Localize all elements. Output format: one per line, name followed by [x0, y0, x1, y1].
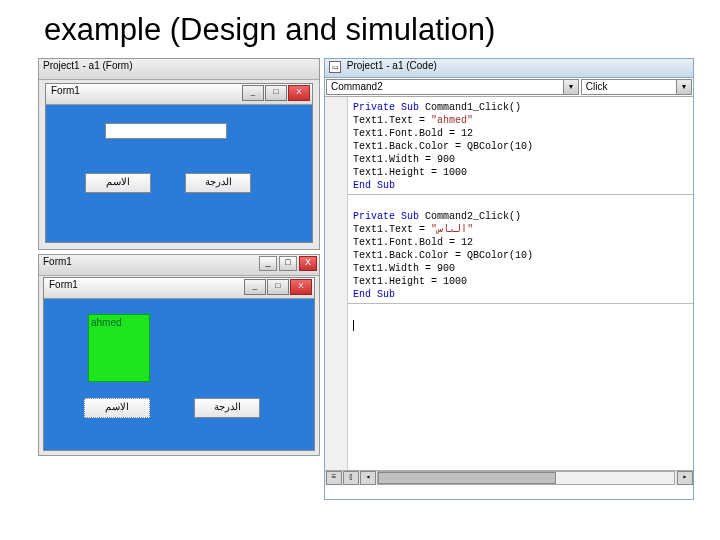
form1-design-titlebar: Form1 _ □ X [46, 84, 312, 105]
form1-design-winbtns: _ □ X [242, 85, 310, 101]
hscroll-thumb[interactable] [378, 472, 556, 484]
code-icon: ▭ [329, 61, 341, 73]
code-titlebar: ▭ Project1 - a1 (Code) [325, 59, 693, 78]
design-window-1: Project1 - a1 (Form) Form1 _ □ X الاسم ا… [38, 58, 320, 250]
run-title: Form1 [43, 256, 72, 267]
hscroll-track[interactable] [377, 471, 675, 485]
code-title: Project1 - a1 (Code) [347, 60, 437, 71]
form1-design[interactable]: Form1 _ □ X الاسم الدرجة [45, 83, 313, 243]
text1-design[interactable] [105, 123, 227, 139]
form1-run-winbtns: _ □ X [244, 279, 312, 295]
design1-titlebar: Project1 - a1 (Form) [39, 59, 319, 80]
code-combobar: Command2 ▾ Click ▾ [325, 78, 693, 97]
code-editor[interactable]: Private Sub Command1_Click() Text1.Text … [325, 97, 693, 485]
run-titlebar: Form1 _ □ X [39, 255, 319, 276]
form1-run-title: Form1 [49, 279, 78, 290]
slide-title: example (Design and simulation) [0, 0, 720, 52]
form1-run: Form1 _ □ X ahmed الاسم الدرجة [43, 277, 315, 451]
close-icon[interactable]: X [288, 85, 310, 101]
view-full-icon[interactable]: ▯ [343, 471, 359, 485]
maximize-icon[interactable]: □ [267, 279, 289, 295]
event-combo[interactable]: Click ▾ [581, 79, 692, 95]
close-icon[interactable]: X [299, 256, 317, 271]
command1-run[interactable]: الاسم [84, 398, 150, 418]
maximize-icon[interactable]: □ [265, 85, 287, 101]
form1-run-titlebar: Form1 _ □ X [44, 278, 314, 299]
minimize-icon[interactable]: _ [242, 85, 264, 101]
close-icon[interactable]: X [290, 279, 312, 295]
text1-run-result[interactable]: ahmed [88, 314, 150, 382]
event-combo-value: Click [586, 81, 608, 92]
caret [353, 320, 354, 331]
command1-design[interactable]: الاسم [85, 173, 151, 193]
command2-run[interactable]: الدرجة [194, 398, 260, 418]
code-margin [325, 97, 348, 485]
view-proc-icon[interactable]: ≡ [326, 471, 342, 485]
scroll-right-icon[interactable]: ▸ [677, 471, 693, 485]
command2-design[interactable]: الدرجة [185, 173, 251, 193]
minimize-icon[interactable]: _ [259, 256, 277, 271]
design1-title: Project1 - a1 (Form) [43, 60, 132, 71]
minimize-icon[interactable]: _ [244, 279, 266, 295]
code-window: ▭ Project1 - a1 (Code) Command2 ▾ Click … [324, 58, 694, 500]
chevron-down-icon[interactable]: ▾ [676, 80, 691, 94]
run-winbtns: _ □ X [259, 256, 317, 271]
form1-design-title: Form1 [51, 85, 80, 96]
code-bottom-bar: ≡ ▯ ◂ ▸ [325, 470, 693, 485]
object-combo-value: Command2 [331, 81, 383, 92]
scroll-left-icon[interactable]: ◂ [360, 471, 376, 485]
run-window: Form1 _ □ X Form1 _ □ X ahmed الاسم الدر… [38, 254, 320, 456]
object-combo[interactable]: Command2 ▾ [326, 79, 579, 95]
chevron-down-icon[interactable]: ▾ [563, 80, 578, 94]
design1-canvas: Form1 _ □ X الاسم الدرجة [45, 83, 311, 241]
stage: Project1 - a1 (Form) Form1 _ □ X الاسم ا… [0, 52, 720, 522]
maximize-icon[interactable]: □ [279, 256, 297, 271]
